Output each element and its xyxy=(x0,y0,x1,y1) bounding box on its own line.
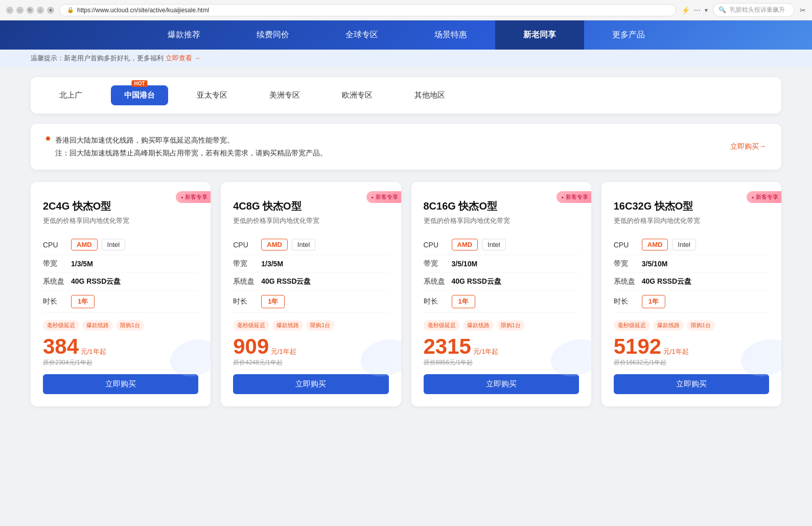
price-unit: 元/1年起 xyxy=(471,348,498,355)
cpu-btn-intel[interactable]: Intel xyxy=(292,239,316,250)
browser-tab-icons: ← → ↻ ⌂ ★ xyxy=(6,7,54,14)
info-banner-left: 香港回大陆加速优化线路，购买即享低延迟高性能带宽。 注：回大陆加速线路禁止高峰期… xyxy=(46,134,327,159)
disk-row: 系统盘40G RSSD云盘 xyxy=(614,273,769,291)
reload-icon[interactable]: ↻ xyxy=(27,7,34,14)
cpu-label: CPU xyxy=(424,241,447,249)
price-main: 2315 xyxy=(424,334,471,358)
product-card-16c32g: 新客专享16C32G 快杰O型更低的价格享回内地优化带宽CPUAMDIntel带… xyxy=(601,182,781,406)
bandwidth-value: 3/5/10M xyxy=(452,260,478,268)
bandwidth-row: 带宽3/5/10M xyxy=(424,255,579,273)
disk-row: 系统盘40G RSSD云盘 xyxy=(424,273,579,291)
search-input[interactable]: 🔍 乳胶枕头投诉量飙升 xyxy=(713,3,795,17)
region-tab-北上广[interactable]: 北上广 xyxy=(46,85,96,105)
price-main: 909 xyxy=(233,334,269,358)
region-tabs-container: 北上广HOT中国港台亚太专区美洲专区欧洲专区其他地区 xyxy=(31,77,781,113)
info-line2: 注：回大陆加速线路禁止高峰期长期占用带宽，若有相关需求，请购买精品带宽产品。 xyxy=(55,147,327,159)
buy-now-link[interactable]: 立即购买→ xyxy=(730,142,766,151)
disk-label: 系统盘 xyxy=(424,277,447,286)
cpu-buttons: AMDIntel xyxy=(71,239,125,250)
duration-button[interactable]: 1年 xyxy=(642,295,665,308)
more-options-button[interactable]: ··· xyxy=(694,6,701,15)
cpu-label: CPU xyxy=(233,241,256,249)
address-bar[interactable]: 🔒 https://www.ucloud.cn/site/active/kuai… xyxy=(59,4,676,16)
price-original: 原价2304元/1年起 xyxy=(43,358,198,367)
home-icon[interactable]: ⌂ xyxy=(37,7,44,14)
cpu-btn-amd[interactable]: AMD xyxy=(452,239,478,250)
chevron-down-icon[interactable]: ▾ xyxy=(705,7,708,14)
duration-button[interactable]: 1年 xyxy=(71,295,95,308)
product-cards-grid: 新客专享2C4G 快杰O型更低的价格享回内地优化带宽CPUAMDIntel带宽1… xyxy=(31,182,781,406)
nav-item-新老同享[interactable]: 新老同享 xyxy=(495,20,584,50)
cpu-btn-amd[interactable]: AMD xyxy=(261,239,288,250)
buy-button[interactable]: 立即购买 xyxy=(614,374,769,394)
product-tag: 爆款线路 xyxy=(653,320,684,331)
region-tab-其他地区[interactable]: 其他地区 xyxy=(401,85,458,105)
info-banner: 香港回大陆加速优化线路，购买即享低延迟高性能带宽。 注：回大陆加速线路禁止高峰期… xyxy=(31,124,781,170)
nav-item-更多产品[interactable]: 更多产品 xyxy=(584,20,673,50)
card-title: 16C32G 快杰O型 xyxy=(614,199,769,213)
disk-row: 系统盘40G RSSD云盘 xyxy=(233,273,388,291)
price-main: 384 xyxy=(43,334,79,358)
info-line1: 香港回大陆加速优化线路，购买即享低延迟高性能带宽。 xyxy=(55,134,327,147)
product-tag: 爆款线路 xyxy=(463,320,494,331)
search-icon: 🔍 xyxy=(718,6,726,13)
back-icon[interactable]: ← xyxy=(6,7,13,14)
bandwidth-label: 带宽 xyxy=(424,259,447,268)
region-tab-美洲专区[interactable]: 美洲专区 xyxy=(256,85,313,105)
duration-button[interactable]: 1年 xyxy=(452,295,475,308)
card-subtitle: 更低的价格享回内地优化带宽 xyxy=(424,216,579,225)
buy-button[interactable]: 立即购买 xyxy=(43,374,198,394)
duration-row: 时长1年 xyxy=(233,291,388,313)
region-tab-label: 亚太专区 xyxy=(197,90,227,99)
browser-chrome: ← → ↻ ⌂ ★ 🔒 https://www.ucloud.cn/site/a… xyxy=(0,0,812,20)
bookmark-icon[interactable]: ★ xyxy=(47,7,54,14)
region-tab-label: 中国港台 xyxy=(124,90,155,99)
product-tag: 限购1台 xyxy=(687,320,715,331)
cpu-btn-amd[interactable]: AMD xyxy=(642,239,668,250)
price-display: 909 元/1年起 xyxy=(233,336,388,357)
sub-banner: 温馨提示：新老用户首购多折好礼，更多福利 立即查看 → xyxy=(0,50,812,67)
cpu-btn-intel[interactable]: Intel xyxy=(482,239,506,250)
product-tag: 限购1台 xyxy=(116,320,144,331)
cpu-buttons: AMDIntel xyxy=(261,239,315,250)
forward-icon[interactable]: → xyxy=(16,7,24,14)
nav-item-场景特惠[interactable]: 场景特惠 xyxy=(406,20,495,50)
tags-row: 毫秒级延迟爆款线路限购1台 xyxy=(424,320,579,331)
nav-item-续费同价[interactable]: 续费同价 xyxy=(228,20,317,50)
tags-row: 毫秒级延迟爆款线路限购1台 xyxy=(614,320,769,331)
new-customer-badge: 新客专享 xyxy=(556,191,591,203)
nav-item-全球专区[interactable]: 全球专区 xyxy=(317,20,406,50)
duration-label: 时长 xyxy=(614,297,637,306)
bandwidth-label: 带宽 xyxy=(233,259,256,268)
sub-banner-link[interactable]: 立即查看 → xyxy=(166,54,201,62)
disk-label: 系统盘 xyxy=(614,277,637,286)
product-tag: 爆款线路 xyxy=(82,320,113,331)
product-card-2c4g: 新客专享2C4G 快杰O型更低的价格享回内地优化带宽CPUAMDIntel带宽1… xyxy=(31,182,211,406)
duration-row: 时长1年 xyxy=(424,291,579,313)
buy-button[interactable]: 立即购买 xyxy=(233,374,388,394)
price-original: 原价4248元/1年起 xyxy=(233,358,388,367)
new-customer-badge: 新客专享 xyxy=(747,191,781,203)
region-tab-亚太专区[interactable]: 亚太专区 xyxy=(183,85,241,105)
nav-item-爆款推荐[interactable]: 爆款推荐 xyxy=(140,20,228,50)
price-unit: 元/1年起 xyxy=(79,348,106,355)
sub-banner-text: 温馨提示：新老用户首购多折好礼，更多福利 xyxy=(31,54,166,62)
disk-value: 40G RSSD云盘 xyxy=(71,277,121,286)
region-tab-中国港台[interactable]: HOT中国港台 xyxy=(111,85,168,105)
duration-button[interactable]: 1年 xyxy=(261,295,285,308)
region-tab-label: 美洲专区 xyxy=(269,90,300,99)
price-section: 909 元/1年起 原价4248元/1年起 xyxy=(233,336,388,367)
buy-button[interactable]: 立即购买 xyxy=(424,374,579,394)
product-tag: 爆款线路 xyxy=(272,320,303,331)
cpu-btn-intel[interactable]: Intel xyxy=(102,239,126,250)
info-dot-icon xyxy=(46,136,50,141)
scissors-icon[interactable]: ✂ xyxy=(800,6,806,14)
region-tab-欧洲专区[interactable]: 欧洲专区 xyxy=(329,85,386,105)
cpu-btn-amd[interactable]: AMD xyxy=(71,239,98,250)
card-subtitle: 更低的价格享回内地优化带宽 xyxy=(43,216,198,225)
cpu-btn-intel[interactable]: Intel xyxy=(672,239,696,250)
duration-row: 时长1年 xyxy=(614,291,769,313)
cpu-row: CPUAMDIntel xyxy=(614,235,769,255)
lightning-icon: ⚡ xyxy=(681,6,690,14)
browser-actions: ⚡ ··· ▾ xyxy=(681,6,708,15)
